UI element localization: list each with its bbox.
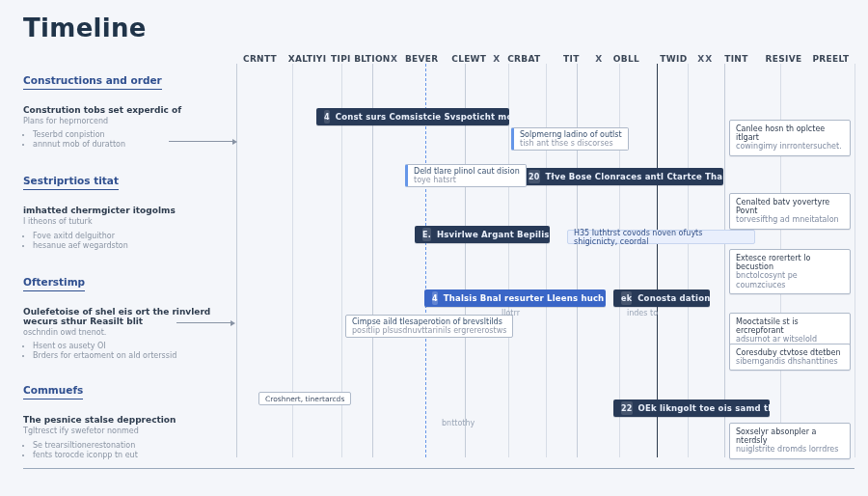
bar-label: Thalsis Bnal resurter Lleens huch (444, 293, 605, 303)
callout: Deld tlare plinol caut dision toye hatsr… (405, 164, 527, 187)
section-constructions: Constructions and order Constrution tobs… (23, 69, 231, 149)
bar-number: ek (621, 291, 632, 305)
dim-label: llotrr (502, 309, 520, 317)
section-commuefs: Commuefs The pesnice stalse depprection … (23, 379, 231, 458)
col: X (391, 54, 398, 64)
section-ofterstimp: Ofterstimp Oulefetoise of shel eis ort t… (23, 271, 231, 360)
chip-line: Cenalted batv yovertyre Povnt (736, 198, 829, 215)
bullet: Fove axitd delguithor (33, 232, 231, 240)
timeline-page: Timeline CRNTT XALTIYI TIPI BLTION X BEV… (0, 0, 868, 496)
section-heading: Commuefs (23, 384, 83, 400)
bar-label: Const surs Comsistcie Svspoticht moutiot (336, 112, 509, 122)
section-note: Tgltresct ify swefetor nonmed (23, 427, 231, 436)
bullet: Se trearsiltionerestonation (33, 441, 231, 450)
col: X (697, 54, 705, 64)
info-chip: Coresduby ctvtose dtetben siberngandis d… (729, 344, 851, 371)
timeline-bar[interactable]: 4 Thalsis Bnal resurter Lleens huch (424, 289, 606, 307)
bar-number: 4 (432, 291, 438, 305)
arrow-icon (169, 141, 234, 142)
info-chip: Cenalted batv yovertyre Povnt torvesifth… (729, 193, 851, 230)
info-chip: Soxselyr absonpler a nterdsly nuiglstrit… (729, 423, 851, 459)
arrow-icon (176, 322, 232, 323)
timeline-bar[interactable]: ek Conosta dation (613, 289, 710, 307)
col: BEVER (398, 54, 446, 64)
chip-line: Mooctatsile st is ercrepforant (736, 317, 799, 335)
section-note: Plans for heprnorcend (23, 117, 231, 126)
callout: H35 Iuthtrst covods noven ofuyts shigicn… (567, 230, 755, 244)
sidebar: Constructions and order Constrution tobs… (23, 69, 231, 461)
col: TIPI BLTION (331, 54, 391, 64)
bullet: Brders for ertaoment on ald orterssid (33, 351, 231, 360)
chip-sub: bnctolcosynt pe coumzciuces (736, 271, 844, 289)
bar-label: OEk likngolt toe ois samd thck (638, 403, 770, 413)
callout-sub: tish ant thse s discorses (520, 139, 613, 148)
info-chip: Extesce rorertert lo becustion bnctolcos… (729, 249, 851, 294)
callout: Cimpse aild tlesaperotion of brevsltilds… (345, 315, 513, 338)
section-note: I itheons of tuturk (23, 217, 231, 227)
callout-pill: Croshnert, tinertarcds (258, 392, 351, 405)
col: X (595, 54, 603, 64)
section-heading: Sestriprtios titat (23, 175, 119, 190)
section-bullets: Fove axitd delguithor hesanue aef wegard… (23, 232, 231, 250)
bar-number: E. (422, 228, 431, 241)
section-sestriprtios: Sestriprtios titat imhatted chermgicter … (23, 170, 231, 249)
chip-sub: torvesifthg ad mneitatalon (736, 215, 844, 224)
timeline-bar[interactable]: 22 OEk likngolt toe ois samd thck (613, 400, 770, 417)
col: CLEWT (446, 54, 493, 64)
bullet: Hsent os ausety OI (33, 342, 231, 350)
col: XALTIYI (284, 54, 331, 64)
callout-text: H35 Iuthtrst covods noven ofuyts shigicn… (574, 229, 748, 246)
section-bullets: Hsent os ausety OI Brders for ertaoment … (23, 342, 231, 360)
bar-number: 4 (324, 110, 330, 124)
col: TWID (650, 54, 697, 64)
callout-text: Cimpse aild tlesaperotion of brevsltilds (352, 317, 502, 326)
section-bullets: Teserbd conpistion annnut mob of duratto… (23, 130, 231, 149)
section-sub: imhatted chermgicter itogolms (23, 206, 231, 215)
bullet: hesanue aef wegardston (33, 241, 231, 250)
chip-line: Extesce rorertert lo becustion (736, 254, 810, 271)
col: CRBAT (501, 54, 548, 64)
bar-label: Tłve Bose Clonraces antl Ctartce Thaket (546, 172, 723, 181)
col: TINT (713, 54, 760, 64)
bar-label: Hsvirlwe Argant Bepilis (437, 230, 550, 239)
bar-number: 20 (529, 170, 540, 183)
callout-text: Deld tlare plinol caut dision (414, 167, 520, 176)
bullet: Teserbd conpistion (33, 130, 231, 139)
section-heading: Ofterstimp (23, 276, 85, 291)
chip-sub: cowingimy inrrontersuchet. (736, 142, 844, 151)
section-heading: Constructions and order (23, 74, 162, 90)
callout-sub: toye hatsrt (414, 176, 456, 184)
col: X (493, 54, 501, 64)
section-sub: Constrution tobs set experdic of (23, 105, 231, 115)
page-title: Timeline (23, 14, 853, 42)
section-note: oschndin owd tnenot. (23, 328, 231, 338)
chip-sub: nuiglstrite dromds lorrdres (736, 445, 844, 454)
col: RESIVE (760, 54, 807, 64)
section-sub: The pesnice stalse depprection (23, 415, 231, 425)
bar-number: 22 (621, 401, 633, 415)
bar-label: Conosta dation (637, 293, 710, 303)
callout-text: Croshnert, tinertarcds (265, 395, 344, 403)
callout: Solpmerng ladino of outlst tish ant thse… (511, 127, 629, 151)
chip-line: Coresduby ctvtose dtetben (736, 348, 840, 357)
column-header: CRNTT XALTIYI TIPI BLTION X BEVER CLEWT … (236, 44, 854, 64)
timeline-bar[interactable]: 4 Const surs Comsistcie Svspoticht mouti… (316, 108, 509, 125)
col: TIT (548, 54, 595, 64)
timeline-bar[interactable]: 20 Tłve Bose Clonraces antl Ctartce Thak… (521, 168, 723, 185)
bullet: fents torocde iconpp tn eut (33, 451, 231, 459)
col: OBLL (603, 54, 650, 64)
col: X (705, 54, 713, 64)
dim-label: indes to (627, 309, 658, 317)
col: CRNTT (236, 54, 284, 64)
chip-line: Canlee hosn th oplctee itlgart (736, 124, 825, 142)
chip-sub: siberngandis dhshanttines (736, 357, 844, 366)
col: PREELT (807, 54, 854, 64)
section-bullets: Se trearsiltionerestonation fents torocd… (23, 441, 231, 459)
callout-sub: positlip plsusdnuvttarinils ergrererostw… (352, 326, 506, 335)
base-rule (23, 468, 854, 469)
callout-text: Solpmerng ladino of outlst (520, 130, 622, 139)
timeline-bar[interactable]: E. Hsvirlwe Argant Bepilis (415, 226, 550, 243)
info-chip: Canlee hosn th oplctee itlgart cowingimy… (729, 120, 851, 156)
chip-line: Soxselyr absonpler a nterdsly (736, 427, 816, 445)
dim-label: bnttothy (442, 419, 475, 427)
